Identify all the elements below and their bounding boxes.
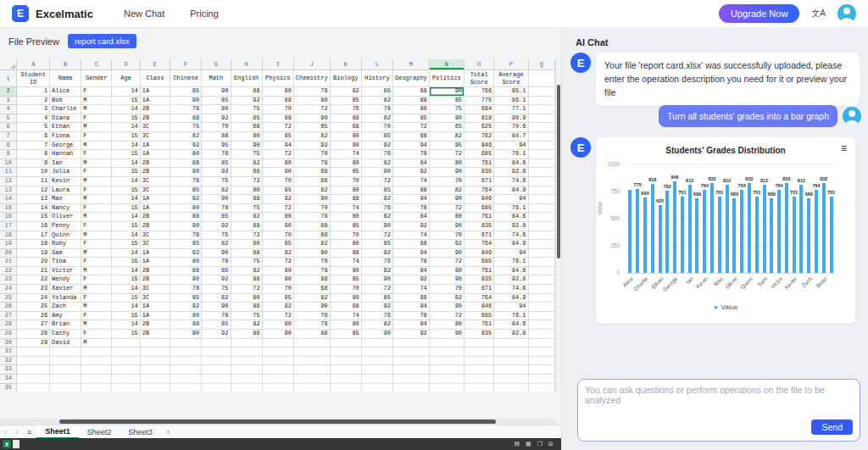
vertical-scrollbar-thumb[interactable] (557, 85, 560, 258)
cell[interactable]: 80 (262, 87, 293, 97)
cell[interactable]: Wendy (50, 275, 81, 285)
cell[interactable]: 85 (330, 168, 361, 177)
cell[interactable] (231, 375, 262, 384)
row-number[interactable]: 33 (0, 365, 17, 375)
chart-legend[interactable]: ● Value (596, 303, 855, 311)
cell[interactable]: 1A (140, 258, 170, 267)
cell[interactable] (262, 356, 293, 365)
cell[interactable]: 90 (202, 248, 231, 258)
cell[interactable]: 72 (231, 231, 262, 240)
cell[interactable]: M (81, 266, 112, 275)
cell[interactable] (528, 365, 554, 375)
nav-item-pricing[interactable]: Pricing (190, 8, 219, 19)
cell[interactable]: 68 (293, 285, 330, 294)
cell[interactable]: 761 (465, 320, 494, 330)
cell[interactable]: 72 (231, 285, 262, 294)
cell[interactable]: 90 (429, 114, 464, 123)
cell[interactable]: 80 (170, 311, 202, 320)
row-number[interactable]: 8 (0, 141, 17, 150)
cell[interactable] (393, 375, 430, 384)
cell[interactable] (112, 375, 140, 384)
cell[interactable] (528, 338, 554, 347)
cell[interactable] (140, 365, 170, 375)
cell[interactable] (293, 356, 330, 365)
row-number[interactable]: 12 (0, 176, 17, 186)
cell[interactable] (170, 383, 202, 392)
cell[interactable] (528, 383, 554, 392)
cell[interactable] (429, 375, 464, 384)
cell[interactable]: F (81, 221, 112, 231)
cell[interactable]: 80 (262, 158, 293, 168)
field-header-cell[interactable]: History (361, 70, 392, 87)
cell[interactable]: 85 (330, 96, 361, 105)
cell[interactable]: 85 (202, 213, 231, 222)
cell[interactable]: 92 (361, 141, 392, 150)
cell[interactable]: M (81, 123, 112, 132)
cell[interactable] (262, 375, 293, 384)
cell[interactable]: 92 (170, 141, 202, 150)
cell[interactable]: 75 (429, 105, 464, 114)
cell[interactable]: 85 (330, 221, 361, 231)
cell[interactable]: 846 (465, 141, 494, 150)
cell[interactable]: 3 (17, 105, 50, 114)
cell[interactable]: 92 (202, 330, 231, 339)
cell[interactable]: 85 (262, 131, 293, 141)
col-header-E[interactable]: E (140, 59, 170, 70)
cell[interactable]: F (81, 150, 112, 159)
cell[interactable]: F (81, 203, 112, 213)
col-header-A[interactable]: A (17, 59, 50, 70)
bar[interactable] (681, 197, 684, 273)
cell[interactable]: 92 (170, 195, 202, 204)
cell[interactable]: 92 (361, 303, 392, 312)
cell[interactable]: 78 (170, 231, 202, 240)
cell[interactable] (528, 285, 554, 294)
cell[interactable]: 94 (393, 195, 430, 204)
cell[interactable]: 16 (17, 221, 50, 231)
cell[interactable]: 75 (202, 176, 231, 186)
tab-sheet3[interactable]: Sheet3 (120, 426, 161, 438)
cell[interactable]: M (81, 105, 112, 114)
cell[interactable]: M (81, 231, 112, 240)
cell[interactable]: 92 (393, 221, 430, 231)
bar[interactable] (673, 181, 676, 273)
col-header-C[interactable]: C (81, 59, 112, 70)
cell[interactable] (528, 231, 554, 240)
cell[interactable] (494, 375, 528, 384)
cell[interactable]: 82 (361, 266, 392, 275)
cell[interactable] (112, 383, 140, 392)
row-number[interactable]: 20 (0, 248, 17, 258)
cell[interactable]: 78 (361, 105, 392, 114)
cell[interactable]: 29 (17, 338, 50, 347)
cell[interactable]: 75 (202, 231, 231, 240)
cell[interactable]: 85.1 (494, 87, 528, 97)
cell[interactable]: 82 (429, 131, 464, 141)
cell[interactable] (465, 338, 494, 347)
cell[interactable] (81, 356, 112, 365)
cell[interactable]: 78 (293, 87, 330, 97)
row-number[interactable]: 26 (0, 303, 17, 312)
cell[interactable]: 766 (465, 87, 494, 97)
cell[interactable]: Penny (50, 221, 81, 231)
cell[interactable]: 762 (465, 131, 494, 141)
cell[interactable]: Xavier (50, 285, 81, 294)
cell[interactable]: 88 (170, 320, 202, 330)
cell[interactable]: 11 (17, 176, 50, 186)
cell[interactable]: 94 (393, 141, 430, 150)
cell[interactable]: 88 (231, 221, 262, 231)
cell[interactable]: 23 (17, 285, 50, 294)
cell[interactable]: 85 (361, 131, 392, 141)
cell[interactable]: 22 (17, 275, 50, 285)
cell[interactable] (465, 383, 494, 392)
cell[interactable]: 14 (112, 285, 140, 294)
cell[interactable]: 92 (393, 275, 430, 285)
row-number[interactable]: 6 (0, 123, 17, 132)
row-number[interactable]: 5 (0, 114, 17, 123)
cell[interactable]: 78 (293, 266, 330, 275)
cell[interactable]: Yolanda (50, 293, 81, 303)
col-header-K[interactable]: K (330, 59, 361, 70)
cell[interactable] (528, 203, 554, 213)
bar[interactable] (785, 183, 788, 274)
cell[interactable] (429, 365, 464, 375)
status-icon[interactable]: ⧉ (548, 438, 553, 450)
cell[interactable]: 775 (465, 96, 494, 105)
